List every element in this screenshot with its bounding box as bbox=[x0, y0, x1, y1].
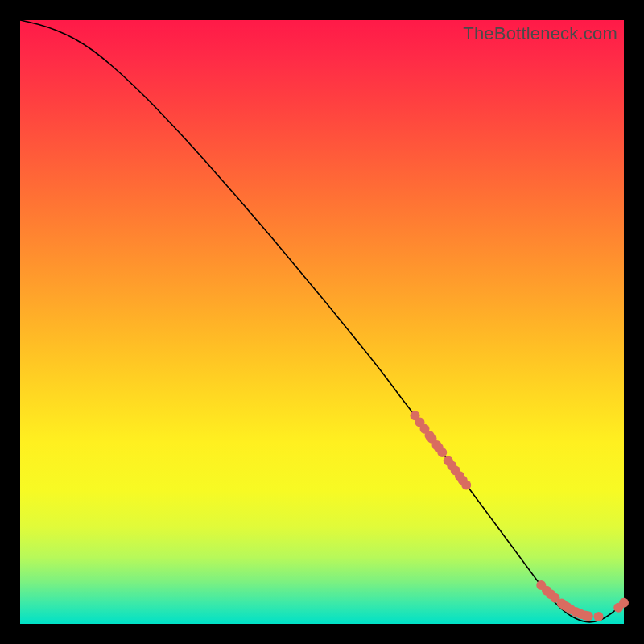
chart-canvas: TheBottleneck.com bbox=[0, 0, 644, 644]
marker-point bbox=[437, 448, 447, 457]
bottleneck-curve bbox=[20, 20, 624, 622]
marker-point bbox=[594, 612, 604, 621]
marker-point bbox=[619, 598, 629, 608]
marker-point bbox=[461, 481, 471, 490]
plot-area: TheBottleneck.com bbox=[20, 20, 624, 624]
highlight-markers bbox=[411, 411, 630, 621]
curve-layer bbox=[20, 20, 624, 624]
marker-point bbox=[584, 611, 593, 621]
